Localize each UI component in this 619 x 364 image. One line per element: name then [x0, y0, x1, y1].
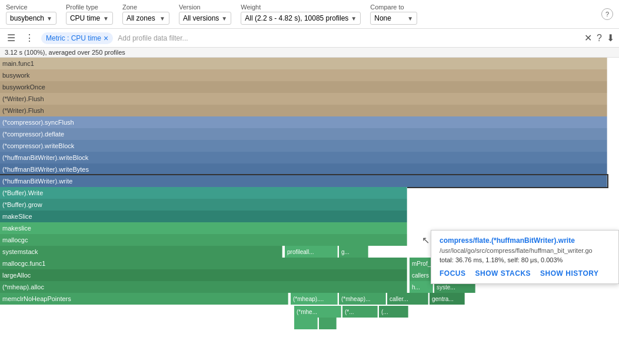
flame-bar[interactable]: makeslice	[0, 222, 407, 234]
flame-bar-mini[interactable]: h...	[410, 281, 433, 293]
top-bar: Service busybench ▼ Profile type CPU tim…	[0, 0, 619, 29]
show-history-button[interactable]: SHOW HISTORY	[540, 269, 598, 278]
service-dropdown[interactable]: busybench ▼	[6, 12, 56, 25]
table-row: (*compressor).syncFlush	[0, 116, 619, 128]
zone-dropdown-group: Zone All zones ▼	[122, 4, 169, 25]
filter-bar-close-icon[interactable]: ✕	[584, 32, 592, 44]
flame-bar[interactable]: (*huffmanBitWriter).writeBlock	[0, 152, 607, 163]
tooltip-stats: total: 36.76 ms, 1.18%, self: 80 μs, 0.0…	[440, 256, 610, 263]
flame-bar[interactable]: busyworkOnce	[0, 81, 607, 93]
flame-bar-mini[interactable]: g...	[339, 246, 368, 258]
flame-bar[interactable]: (*compressor).deflate	[0, 128, 607, 140]
summary-bar: 3.12 s (100%), averaged over 250 profile…	[0, 48, 619, 58]
flame-bar-mini[interactable]: (*mheap)....	[291, 293, 338, 305]
flame-bar[interactable]: mallocgc	[0, 234, 407, 246]
table-row: (*huffmanBitWriter).writeBytes	[0, 163, 619, 175]
flame-bar[interactable]: (*Writer).Flush	[0, 105, 607, 116]
flame-bar[interactable]: busywork	[0, 69, 607, 81]
flame-bar[interactable]: systemstack	[0, 246, 282, 258]
table-row: makeSlice	[0, 211, 619, 222]
filter-bar-right: ✕ ? ⬇	[584, 32, 614, 44]
table-row: (*huffmanBitWriter).writeBlock	[0, 152, 619, 163]
flame-bar-selected[interactable]: (*huffmanBitWriter).write	[0, 175, 607, 187]
compare-to-arrow-icon: ▼	[407, 15, 413, 22]
filter-bar-download-icon[interactable]: ⬇	[607, 32, 614, 44]
flame-area: 3.12 s (100%), averaged over 250 profile…	[0, 48, 619, 359]
summary-text: 3.12 s (100%), averaged over 250 profile…	[5, 49, 125, 56]
flame-bar-mini[interactable]: (...	[379, 306, 408, 318]
flame-bar[interactable]: memclrNoHeapPointers	[0, 293, 288, 305]
service-label: Service	[6, 4, 56, 11]
version-value: All versions	[183, 14, 219, 22]
table-row: (*Buffer).grow	[0, 199, 619, 211]
weight-arrow-icon: ▼	[351, 15, 357, 22]
weight-dropdown[interactable]: All (2.2 s - 4.82 s), 10085 profiles ▼	[241, 12, 361, 25]
flame-tooltip: compress/flate.(*huffmanBitWriter).write…	[431, 230, 619, 284]
flame-bar[interactable]: (*compressor).writeBlock	[0, 140, 607, 152]
service-value: busybench	[10, 14, 44, 22]
flame-bar[interactable]: mallocgc.func1	[0, 258, 407, 269]
flame-bar-mini[interactable]: (*mhe...	[294, 306, 341, 318]
flame-bar-mini[interactable]	[319, 318, 337, 329]
metric-chip-close-icon[interactable]: ×	[104, 34, 108, 43]
flame-bar-mini[interactable]: (*...	[342, 306, 378, 318]
cursor: ↖	[422, 235, 428, 241]
zone-arrow-icon: ▼	[159, 15, 165, 22]
tooltip-path: /usr/local/go/src/compress/flate/huffman…	[440, 247, 610, 254]
profile-type-dropdown-group: Profile type CPU time ▼	[66, 4, 113, 25]
flame-bar[interactable]: (*mheap).alloc	[0, 281, 407, 293]
service-arrow-icon: ▼	[46, 15, 52, 22]
table-row	[0, 318, 619, 329]
flame-bar[interactable]: makeSlice	[0, 211, 407, 222]
flame-bar[interactable]: largeAlloc	[0, 269, 407, 281]
profile-type-arrow-icon: ▼	[103, 15, 109, 22]
table-row: (*Buffer).Write	[0, 187, 619, 199]
profile-type-dropdown[interactable]: CPU time ▼	[66, 12, 113, 25]
flame-bar[interactable]: (*Buffer).grow	[0, 199, 407, 211]
focus-button[interactable]: FOCUS	[440, 269, 466, 278]
compare-to-dropdown[interactable]: None ▼	[370, 12, 417, 25]
weight-dropdown-group: Weight All (2.2 s - 4.82 s), 10085 profi…	[241, 4, 361, 25]
metric-chip[interactable]: Metric : CPU time ×	[41, 32, 113, 44]
flame-bar[interactable]: main.func1	[0, 58, 607, 69]
table-row: (*compressor).deflate	[0, 128, 619, 140]
compare-to-value: None	[374, 14, 391, 22]
table-row: (*mhe... (*... (...	[0, 306, 619, 318]
table-row: (*huffmanBitWriter).write	[0, 175, 619, 187]
table-row: (*Writer).Flush	[0, 93, 619, 105]
flame-bar-mini[interactable]: gentra...	[430, 293, 465, 305]
zone-value: All zones	[127, 14, 155, 22]
flame-bar[interactable]: (*compressor).syncFlush	[0, 116, 607, 128]
table-row: busyworkOnce	[0, 81, 619, 93]
flame-bar-mini[interactable]: profileall...	[285, 246, 338, 258]
version-dropdown[interactable]: All versions ▼	[179, 12, 231, 25]
service-dropdown-group: Service busybench ▼	[6, 4, 56, 25]
flame-bar[interactable]: (*Buffer).Write	[0, 187, 407, 199]
filter-placeholder[interactable]: Add profile data filter...	[118, 34, 580, 42]
zone-dropdown[interactable]: All zones ▼	[122, 12, 169, 25]
flame-bar-mini[interactable]: caller...	[387, 293, 428, 305]
list-view-icon[interactable]: ☰	[5, 31, 18, 45]
filter-bar-help-icon[interactable]: ?	[597, 33, 602, 44]
metric-chip-label: Metric : CPU time	[46, 34, 101, 42]
filter-options-icon[interactable]: ⋮	[22, 31, 36, 45]
flame-bar[interactable]: (*Writer).Flush	[0, 93, 607, 105]
filter-bar: ☰ ⋮ Metric : CPU time × Add profile data…	[0, 29, 619, 48]
version-dropdown-group: Version All versions ▼	[179, 4, 231, 25]
tooltip-title: compress/flate.(*huffmanBitWriter).write	[440, 236, 610, 245]
table-row: memclrNoHeapPointers (*mheap).... (*mhea…	[0, 293, 619, 305]
zone-label: Zone	[122, 4, 169, 11]
version-label: Version	[179, 4, 231, 11]
show-stacks-button[interactable]: SHOW STACKS	[475, 269, 531, 278]
table-row: (*compressor).writeBlock	[0, 140, 619, 152]
topbar-help-button[interactable]: ?	[601, 8, 613, 20]
table-row: main.func1	[0, 58, 619, 69]
flame-bar-mini[interactable]: (*mheap)...	[339, 293, 386, 305]
flame-rows: main.func1 busywork busyworkOnce (*Write…	[0, 58, 619, 329]
version-arrow-icon: ▼	[221, 15, 227, 22]
weight-label: Weight	[241, 4, 361, 11]
profile-type-label: Profile type	[66, 4, 113, 11]
flame-bar-mini[interactable]	[294, 318, 318, 329]
tooltip-actions: FOCUS SHOW STACKS SHOW HISTORY	[440, 269, 610, 278]
flame-bar[interactable]: (*huffmanBitWriter).writeBytes	[0, 163, 607, 175]
